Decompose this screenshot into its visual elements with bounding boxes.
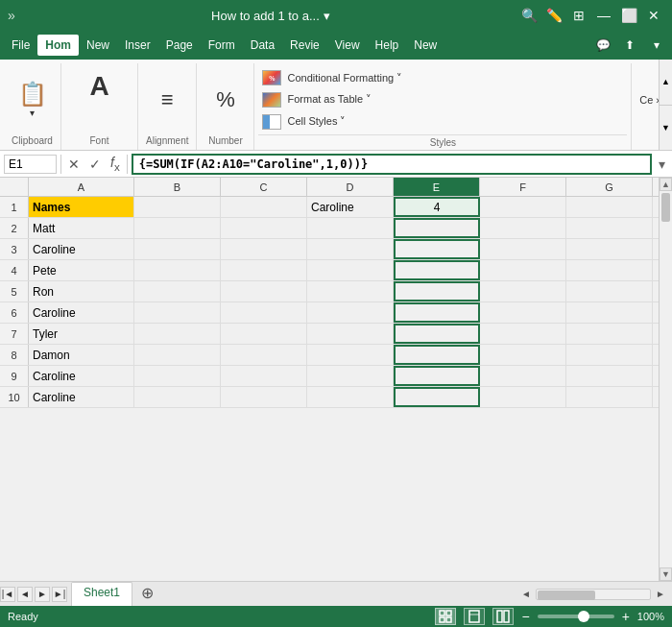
row-number[interactable]: 10 bbox=[0, 387, 29, 407]
list-item[interactable] bbox=[480, 260, 566, 280]
list-item[interactable] bbox=[307, 366, 394, 386]
list-item[interactable] bbox=[221, 239, 307, 259]
list-item[interactable] bbox=[307, 345, 394, 365]
share-icon[interactable]: ⬆ bbox=[618, 34, 641, 57]
list-item[interactable] bbox=[480, 197, 566, 217]
list-item[interactable] bbox=[480, 387, 566, 407]
row-number[interactable]: 9 bbox=[0, 366, 29, 386]
conditional-formatting-btn[interactable]: % Conditional Formatting ˅ bbox=[258, 68, 627, 87]
title-dropdown-icon[interactable]: ▾ bbox=[324, 9, 330, 23]
zoom-thumb[interactable] bbox=[578, 611, 589, 622]
list-item[interactable] bbox=[134, 239, 221, 259]
list-item[interactable] bbox=[307, 260, 394, 280]
list-item[interactable] bbox=[480, 281, 566, 301]
list-item[interactable] bbox=[480, 239, 566, 259]
list-item[interactable] bbox=[134, 218, 221, 238]
list-item[interactable] bbox=[221, 197, 307, 217]
col-header-e[interactable]: E bbox=[394, 178, 480, 196]
row-number[interactable]: 8 bbox=[0, 345, 29, 365]
list-item[interactable] bbox=[394, 281, 480, 301]
menu-new[interactable]: New bbox=[79, 35, 117, 56]
row-number[interactable]: 4 bbox=[0, 260, 29, 280]
formula-input[interactable] bbox=[132, 154, 652, 175]
menu-home[interactable]: Hom bbox=[37, 35, 79, 56]
list-item[interactable] bbox=[566, 366, 653, 386]
list-item[interactable]: Pete bbox=[29, 260, 134, 280]
format-as-table-btn[interactable]: Format as Table ˅ bbox=[258, 90, 627, 109]
list-item[interactable] bbox=[134, 345, 221, 365]
list-item[interactable]: Tyler bbox=[29, 324, 134, 344]
list-item[interactable]: 4 bbox=[394, 197, 480, 217]
list-item[interactable] bbox=[221, 387, 307, 407]
list-item[interactable] bbox=[394, 239, 480, 259]
close-window-btn[interactable]: ✕ bbox=[643, 5, 664, 26]
minimize-window-btn[interactable]: — bbox=[593, 5, 614, 26]
list-item[interactable] bbox=[394, 345, 480, 365]
list-item[interactable]: Ron bbox=[29, 281, 134, 301]
row-number[interactable]: 3 bbox=[0, 239, 29, 259]
row-number[interactable]: 2 bbox=[0, 218, 29, 238]
menu-data[interactable]: Data bbox=[243, 35, 282, 56]
row-number[interactable]: 7 bbox=[0, 324, 29, 344]
list-item[interactable] bbox=[480, 218, 566, 238]
list-item[interactable] bbox=[480, 345, 566, 365]
list-item[interactable]: Caroline bbox=[307, 197, 394, 217]
list-item[interactable] bbox=[566, 218, 653, 238]
scroll-up-btn[interactable]: ▲ bbox=[660, 178, 672, 191]
menu-help[interactable]: Help bbox=[368, 35, 407, 56]
list-item[interactable] bbox=[221, 366, 307, 386]
list-item[interactable] bbox=[566, 260, 653, 280]
add-sheet-btn[interactable]: ⊕ bbox=[136, 582, 157, 603]
formula-cancel-btn[interactable]: ✕ bbox=[65, 157, 83, 172]
list-item[interactable] bbox=[307, 387, 394, 407]
col-header-b[interactable]: B bbox=[134, 178, 221, 196]
formula-confirm-btn[interactable]: ✓ bbox=[86, 157, 104, 172]
list-item[interactable] bbox=[134, 197, 221, 217]
list-item[interactable] bbox=[221, 324, 307, 344]
edit-icon[interactable]: ✏️ bbox=[543, 5, 564, 26]
menu-formulas[interactable]: Form bbox=[201, 35, 243, 56]
scroll-thumb[interactable] bbox=[661, 193, 670, 222]
col-header-a[interactable]: A bbox=[29, 178, 134, 196]
list-item[interactable] bbox=[394, 260, 480, 280]
sheet-tab-sheet1[interactable]: Sheet1 bbox=[71, 582, 132, 606]
list-item[interactable]: Damon bbox=[29, 345, 134, 365]
formula-fn-btn[interactable]: fx bbox=[108, 155, 123, 173]
restore-window-icon[interactable]: ⊞ bbox=[568, 5, 589, 26]
zoom-in-btn[interactable]: + bbox=[622, 609, 630, 624]
h-scroll-thumb[interactable] bbox=[538, 591, 595, 600]
list-item[interactable] bbox=[134, 324, 221, 344]
row-number[interactable]: 6 bbox=[0, 302, 29, 323]
cell-reference-input[interactable] bbox=[4, 155, 57, 174]
list-item[interactable] bbox=[221, 302, 307, 323]
clipboard-btn[interactable]: 📋 ▾ bbox=[12, 77, 53, 122]
list-item[interactable] bbox=[221, 260, 307, 280]
page-layout-btn[interactable] bbox=[464, 608, 485, 625]
list-item[interactable] bbox=[566, 239, 653, 259]
row-number[interactable]: 5 bbox=[0, 281, 29, 301]
sheet-nav-first[interactable]: |◄ bbox=[0, 587, 15, 602]
sheet-nav-next[interactable]: ► bbox=[35, 587, 50, 602]
alignment-btn[interactable]: ≡ bbox=[148, 84, 186, 116]
minimize-ribbon-btn[interactable]: » bbox=[8, 8, 15, 23]
menu-new2[interactable]: New bbox=[406, 35, 444, 56]
list-item[interactable] bbox=[221, 218, 307, 238]
list-item[interactable] bbox=[221, 345, 307, 365]
list-item[interactable] bbox=[134, 302, 221, 323]
search-icon[interactable]: 🔍 bbox=[518, 5, 540, 26]
list-item[interactable] bbox=[307, 324, 394, 344]
list-item[interactable] bbox=[134, 366, 221, 386]
sheet-nav-last[interactable]: ►| bbox=[52, 587, 67, 602]
menu-file[interactable]: File bbox=[4, 35, 37, 56]
list-item[interactable] bbox=[307, 218, 394, 238]
list-item[interactable] bbox=[307, 239, 394, 259]
list-item[interactable] bbox=[566, 197, 653, 217]
list-item[interactable]: Names bbox=[29, 197, 134, 217]
scroll-down-btn[interactable]: ▼ bbox=[660, 567, 672, 581]
list-item[interactable] bbox=[134, 260, 221, 280]
list-item[interactable] bbox=[221, 281, 307, 301]
list-item[interactable] bbox=[480, 366, 566, 386]
list-item[interactable]: Caroline bbox=[29, 302, 134, 323]
ribbon-toggle-icon[interactable]: ▾ bbox=[645, 34, 668, 57]
row-number[interactable]: 1 bbox=[0, 197, 29, 217]
